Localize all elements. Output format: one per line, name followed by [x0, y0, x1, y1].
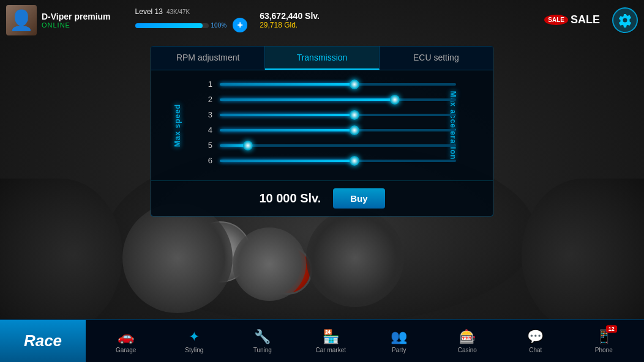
- phone-badge: 📱 12: [596, 329, 612, 345]
- side-label-max-acceleration: Max acceleration: [449, 91, 458, 160]
- currency-gld: 29,718 Gld.: [260, 21, 320, 29]
- slider-num-6: 6: [200, 156, 212, 165]
- chat-label: Chat: [529, 347, 542, 353]
- nav-item-car-market[interactable]: 🏪 Car market: [312, 329, 349, 353]
- gear-icon: [618, 13, 632, 28]
- nav-item-phone[interactable]: 📱 12 Phone: [585, 329, 622, 353]
- nav-item-styling[interactable]: ✦ Styling: [176, 329, 212, 353]
- chat-icon: 💬: [527, 329, 544, 345]
- slider-track-6[interactable]: [220, 160, 456, 162]
- nav-item-chat[interactable]: 💬 Chat: [517, 329, 554, 353]
- slider-num-3: 3: [200, 110, 212, 119]
- styling-icon: ✦: [189, 329, 200, 345]
- party-label: Party: [392, 347, 406, 353]
- slider-row-1: 1: [200, 79, 456, 89]
- garage-label: Garage: [116, 347, 136, 353]
- phone-label: Phone: [595, 347, 613, 353]
- level-percent: 100%: [211, 22, 227, 29]
- slider-track-1[interactable]: [220, 83, 456, 86]
- slider-track-2[interactable]: [220, 98, 456, 101]
- slider-row-2: 2: [200, 95, 456, 104]
- tuning-icon: 🔧: [254, 329, 271, 345]
- settings-button[interactable]: [612, 7, 638, 33]
- xp-plus-button[interactable]: +: [233, 18, 247, 32]
- player-name: D-Viper premium: [42, 12, 111, 21]
- slider-num-2: 2: [200, 95, 212, 104]
- avatar: [6, 5, 37, 35]
- tab-ecu[interactable]: ECU setting: [380, 46, 493, 70]
- currency-section: 63,672,440 Slv. 29,718 Gld.: [260, 11, 320, 29]
- slider-track-5[interactable]: [220, 144, 456, 147]
- slider-row-4: 4: [200, 125, 456, 135]
- sale-badge: SALE: [544, 15, 568, 25]
- casino-label: Casino: [458, 347, 477, 353]
- level-bar: [135, 23, 209, 28]
- styling-label: Styling: [185, 347, 203, 353]
- level-section: Level 13 43K/47K 100% +: [135, 7, 248, 32]
- casino-icon: 🎰: [459, 329, 476, 345]
- nav-item-casino[interactable]: 🎰 Casino: [449, 329, 485, 353]
- slider-track-4[interactable]: [220, 129, 456, 131]
- nav-items: 🚗 Garage ✦ Styling 🔧 Tuning 🏪 Car market…: [86, 329, 644, 353]
- sliders-area: Max speed Max acceleration 1 2 3 4: [151, 70, 493, 180]
- slider-num-5: 5: [200, 141, 212, 150]
- slider-row-5: 5: [200, 141, 456, 150]
- sale-section: SALE SALE: [544, 13, 600, 26]
- slider-track-3[interactable]: [220, 114, 456, 116]
- party-icon: 👥: [391, 329, 407, 345]
- slider-row-6: 6: [200, 156, 456, 165]
- player-info: D-Viper premium ONLINE: [42, 12, 111, 29]
- race-button-label: Race: [24, 331, 62, 350]
- side-label-max-speed: Max speed: [173, 104, 182, 147]
- race-button[interactable]: Race: [0, 320, 86, 363]
- tab-rpm[interactable]: RPM adjustment: [151, 46, 265, 70]
- garage-icon: 🚗: [118, 329, 134, 345]
- main-panel: RPM adjustment Transmission ECU setting …: [151, 46, 493, 216]
- car-market-label: Car market: [316, 347, 346, 353]
- level-label: Level 13: [135, 7, 163, 16]
- price-label: 10 000 Slv.: [259, 191, 321, 205]
- tabs: RPM adjustment Transmission ECU setting: [151, 46, 493, 70]
- slider-num-4: 4: [200, 125, 212, 135]
- buy-button[interactable]: Buy: [333, 188, 384, 209]
- currency-slv: 63,672,440 Slv.: [260, 11, 320, 21]
- sale-text: SALE: [571, 13, 600, 26]
- bottom-nav: Race 🚗 Garage ✦ Styling 🔧 Tuning 🏪 Car m…: [0, 319, 644, 362]
- nav-item-garage[interactable]: 🚗 Garage: [108, 329, 144, 353]
- slider-row-3: 3: [200, 110, 456, 119]
- tab-transmission[interactable]: Transmission: [265, 46, 379, 70]
- buy-row: 10 000 Slv. Buy: [151, 180, 493, 216]
- nav-item-tuning[interactable]: 🔧 Tuning: [244, 329, 281, 353]
- car-market-icon: 🏪: [323, 329, 339, 345]
- player-status: ONLINE: [42, 21, 111, 29]
- nav-item-party[interactable]: 👥 Party: [381, 329, 417, 353]
- xp-text: 43K/47K: [167, 9, 190, 15]
- slider-num-1: 1: [200, 79, 212, 89]
- tuning-label: Tuning: [253, 347, 272, 353]
- phone-badge-count: 12: [606, 325, 617, 333]
- header: D-Viper premium ONLINE Level 13 43K/47K …: [0, 0, 644, 40]
